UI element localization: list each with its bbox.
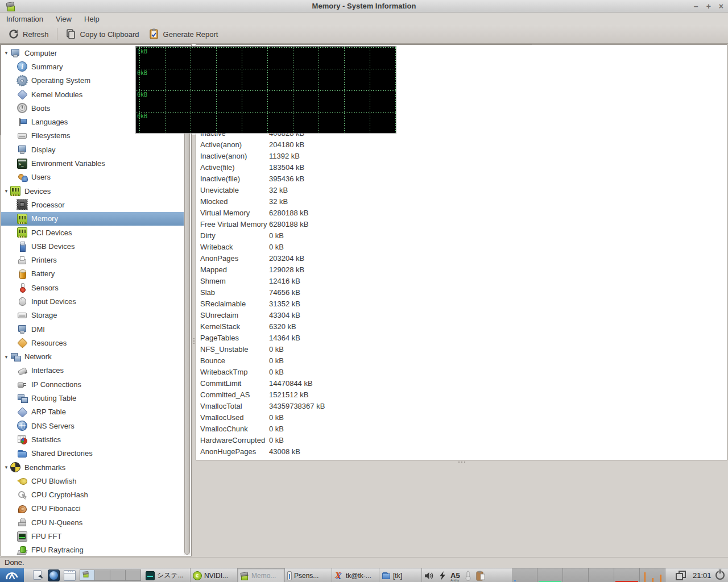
sidebar-item-input-devices[interactable]: ▾ Input Devices: [1, 294, 184, 308]
sidebar-item-arp-table[interactable]: ▾ ARP Table: [1, 405, 184, 419]
window-switcher-icon[interactable]: [676, 571, 686, 580]
taskbar-button-hardinfo[interactable]: Memo...: [238, 568, 285, 582]
memory-stat-row[interactable]: Dirty 0 kB: [196, 230, 727, 241]
sidebar-item-processor[interactable]: ▾ Processor: [1, 198, 184, 211]
sidebar-item-benchmarks[interactable]: ▾ Benchmarks: [1, 460, 184, 474]
sidebar-item-pci-devices[interactable]: ▾ PCI Devices: [1, 226, 184, 239]
menu-help[interactable]: Help: [78, 14, 106, 24]
horizontal-pane-splitter[interactable]: [458, 462, 465, 464]
thermometer-tray-icon[interactable]: [465, 571, 471, 581]
clock[interactable]: 21:01: [693, 571, 712, 580]
sidebar-item-shared-directories[interactable]: ▾ Shared Directories: [1, 447, 184, 460]
sidebar-item-dns-servers[interactable]: ▾ DNS Servers: [1, 419, 184, 433]
sidebar-item-dmi[interactable]: ▾ DMI: [1, 322, 184, 336]
memory-stat-row[interactable]: Inactive(anon) 11392 kB: [196, 150, 727, 161]
memory-stat-row[interactable]: CmaTotal 0 kB: [196, 457, 727, 460]
sidebar-item-cpu-blowfish[interactable]: ▾ CPU Blowfish: [1, 474, 184, 488]
workspace-4[interactable]: [126, 569, 141, 581]
taskbar-button-system-monitor[interactable]: システ...: [143, 568, 191, 582]
memory-stat-row[interactable]: VmallocChunk 0 kB: [196, 423, 727, 434]
memory-stat-row[interactable]: Committed_AS 1521512 kB: [196, 389, 727, 400]
taskbar-button-nvidia-settings[interactable]: NVIDI...: [191, 568, 238, 582]
sidebar-item-cpu-n-queens[interactable]: ▾ CPU N-Queens: [1, 516, 184, 529]
sidebar-item-sensors[interactable]: ▾ Sensors: [1, 281, 184, 294]
file-manager-launcher[interactable]: [31, 569, 44, 581]
sidebar-item-devices[interactable]: ▾ Devices: [1, 184, 184, 198]
clipboard-manager-icon[interactable]: [476, 571, 485, 581]
expander-icon[interactable]: ▾: [2, 50, 10, 56]
memory-stat-row[interactable]: VmallocTotal 34359738367 kB: [196, 400, 727, 411]
power-manager-icon[interactable]: [439, 571, 446, 580]
memory-stat-row[interactable]: WritebackTmp 0 kB: [196, 366, 727, 377]
memory-stat-row[interactable]: HardwareCorrupted 0 kB: [196, 434, 727, 446]
memory-stat-row[interactable]: Writeback 0 kB: [196, 241, 727, 252]
memory-stat-row[interactable]: Virtual Memory 6280188 kB: [196, 207, 727, 218]
web-browser-launcher[interactable]: [47, 569, 60, 581]
workspace-3[interactable]: [110, 569, 126, 581]
memory-stat-row[interactable]: Mlocked 32 kB: [196, 196, 727, 207]
monitor-box[interactable]: [563, 568, 589, 582]
minimize-button[interactable]: –: [694, 0, 698, 13]
memory-stat-row[interactable]: VmallocUsed 0 kB: [196, 411, 727, 423]
sidebar-item-environment-variables[interactable]: ▾ Environment Variables: [1, 156, 184, 170]
sidebar-item-display[interactable]: ▾ Display: [1, 143, 184, 156]
memory-stat-row[interactable]: AnonHugePages 43008 kB: [196, 446, 727, 457]
taskbar-button-xterm[interactable]: tk@tk-...: [332, 568, 379, 582]
memory-stat-row[interactable]: Bounce 0 kB: [196, 355, 727, 366]
network-monitor-box[interactable]: [614, 568, 640, 582]
sidebar-item-usb-devices[interactable]: ▾ USB Devices: [1, 239, 184, 253]
cpu-monitor-box[interactable]: [512, 568, 537, 582]
memory-stat-row[interactable]: Inactive(file) 395436 kB: [196, 173, 727, 184]
monitor-box[interactable]: [589, 568, 614, 582]
workspace-1[interactable]: [80, 569, 95, 581]
sidebar-item-network[interactable]: ▾ Network: [1, 350, 184, 364]
memory-monitor-box[interactable]: [537, 568, 563, 582]
refresh-button[interactable]: Refresh: [3, 26, 53, 42]
terminal-launcher[interactable]: [63, 569, 76, 581]
sidebar-item-resources[interactable]: ▾ Resources: [1, 336, 184, 350]
sidebar-item-memory[interactable]: ▾ Memory: [1, 212, 184, 226]
memory-stat-row[interactable]: SUnreclaim 43304 kB: [196, 309, 727, 321]
memory-stat-row[interactable]: Mapped 129028 kB: [196, 264, 727, 275]
memory-stat-row[interactable]: Unevictable 32 kB: [196, 184, 727, 196]
sidebar-item-ip-connections[interactable]: ▾ IP Connections: [1, 377, 184, 391]
sidebar-item-users[interactable]: ▾ Users: [1, 171, 184, 184]
sidebar-item-storage[interactable]: ▾ Storage: [1, 309, 184, 322]
memory-stat-row[interactable]: Shmem 12416 kB: [196, 275, 727, 286]
sidebar-item-battery[interactable]: ▾ Battery: [1, 267, 184, 281]
maximize-button[interactable]: +: [706, 0, 711, 13]
input-method-indicator[interactable]: A5 Anthy: [450, 571, 460, 580]
start-menu-button[interactable]: [0, 568, 24, 582]
sidebar-item-routing-table[interactable]: ▾ Routing Table: [1, 391, 184, 405]
expander-icon[interactable]: ▾: [2, 188, 10, 194]
expander-icon[interactable]: ▾: [2, 354, 10, 360]
copy-to-clipboard-button[interactable]: Copy to Clipboard: [61, 26, 144, 42]
memory-stat-row[interactable]: Active(file) 183504 kB: [196, 161, 727, 173]
power-button-icon[interactable]: [715, 571, 725, 580]
generate-report-button[interactable]: Generate Report: [144, 26, 223, 42]
menu-view[interactable]: View: [49, 14, 78, 24]
taskbar-button-tk-folder[interactable]: [tk]: [379, 568, 422, 582]
sidebar-item-cpu-fibonacci[interactable]: ▾ CPU Fibonacci: [1, 502, 184, 516]
memory-stat-row[interactable]: Slab 74656 kB: [196, 286, 727, 298]
memory-stat-row[interactable]: AnonPages 203204 kB: [196, 252, 727, 264]
sidebar-item-fpu-raytracing[interactable]: ▾ FPU Raytracing: [1, 543, 184, 556]
sidebar-item-statistics[interactable]: ▾ Statistics: [1, 433, 184, 446]
memory-stat-row[interactable]: NFS_Unstable 0 kB: [196, 343, 727, 355]
memory-stat-row[interactable]: PageTables 14364 kB: [196, 332, 727, 343]
taskbar-button-psensor[interactable]: Psens...: [285, 568, 332, 582]
sidebar-item-printers[interactable]: ▾ Printers: [1, 253, 184, 267]
sidebar-item-fpu-fft[interactable]: ▾ FPU FFT: [1, 529, 184, 543]
expander-icon[interactable]: ▾: [2, 464, 10, 470]
memory-stat-row[interactable]: KernelStack 6320 kB: [196, 321, 727, 332]
memory-stat-row[interactable]: Active(anon) 204180 kB: [196, 139, 727, 150]
menu-information[interactable]: Information: [0, 14, 49, 24]
close-button[interactable]: ×: [719, 0, 723, 13]
memory-stat-row[interactable]: CommitLimit 14470844 kB: [196, 377, 727, 389]
volume-icon[interactable]: [424, 571, 435, 580]
load-monitor-box[interactable]: [640, 568, 665, 582]
sidebar-item-cpu-cryptohash[interactable]: ▾ CPU CryptoHash: [1, 488, 184, 502]
memory-stat-row[interactable]: SReclaimable 31352 kB: [196, 298, 727, 309]
workspace-2[interactable]: [95, 569, 110, 581]
sidebar-item-interfaces[interactable]: ▾ Interfaces: [1, 364, 184, 377]
